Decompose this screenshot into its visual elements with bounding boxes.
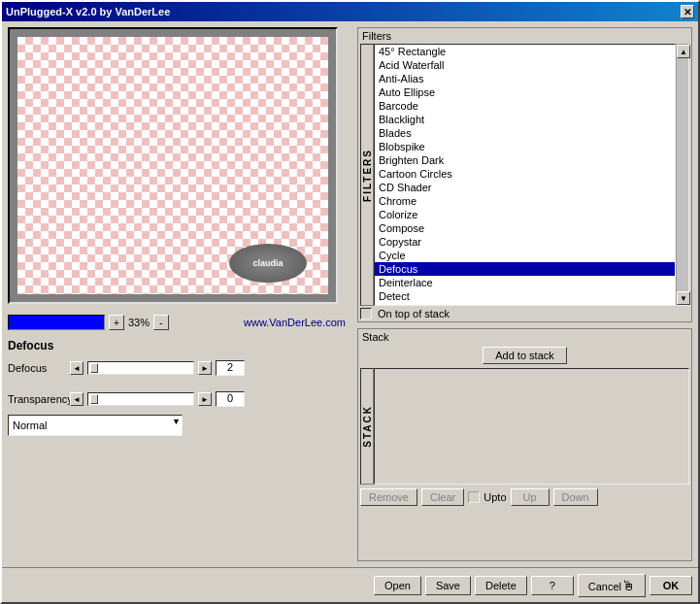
transparency-label: Transparency [8,393,66,405]
cancel-button[interactable]: Cancel🖱 [578,574,646,597]
filter-list-item[interactable]: Brighten Dark [375,153,675,167]
cursor-icon: 🖱 [621,578,635,593]
cancel-label: Cancel [588,581,621,592]
blend-mode-row: Normal Additive Subtractive Multiplicati… [8,415,346,436]
stack-sidebar: STACK [360,368,374,485]
filter-list-item[interactable]: Acid Waterfall [375,58,675,72]
filters-sidebar-text: FILTERS [362,149,373,202]
filter-list-item[interactable]: Blades [375,126,675,140]
defocus-slider-track[interactable] [87,361,194,375]
filter-list-item[interactable]: Deinterlace [375,276,675,289]
transparency-increase-button[interactable]: ► [198,392,212,406]
right-panel: Filters FILTERS 45° RectangleAcid Waterf… [351,21,698,567]
active-filter-name: Defocus [8,337,346,354]
scroll-up-button[interactable]: ▲ [677,45,690,58]
clear-button[interactable]: Clear [421,488,464,506]
filter-list-item[interactable]: Blobspike [375,140,675,153]
scroll-down-button[interactable]: ▼ [677,291,690,305]
defocus-value[interactable]: 2 [216,360,245,376]
add-to-stack-button[interactable]: Add to stack [483,347,567,364]
zoom-progress-bar [8,315,105,330]
scrollbar-track[interactable] [677,58,688,291]
transparency-slider-track[interactable] [87,392,194,406]
filters-list[interactable]: 45° RectangleAcid WaterfallAnti-AliasAut… [374,44,676,306]
filters-list-container: FILTERS 45° RectangleAcid WaterfallAnti-… [360,44,689,306]
transparency-slider-thumb[interactable] [90,394,98,404]
stack-list[interactable] [374,368,689,485]
delete-button[interactable]: Delete [475,576,527,595]
filter-list-item[interactable]: Auto Ellipse [375,85,675,99]
url-label: www.VanDerLee.com [244,317,346,328]
watermark: claudia [229,244,307,283]
open-button[interactable]: Open [374,576,421,595]
filter-list-item[interactable]: Anti-Alias [375,72,675,85]
zoom-percent: 33% [128,317,150,328]
zoom-bar: + 33% - www.VanDerLee.com [8,312,346,333]
help-button[interactable]: ? [531,576,574,595]
bottom-bar: Open Save Delete ? Cancel🖱 OK [2,567,698,602]
blend-mode-select[interactable]: Normal Additive Subtractive Multiplicati… [8,415,183,436]
stack-group: Stack Add to stack STACK Remove Clear Up… [357,328,692,561]
canvas-area: claudia [8,27,338,304]
window-title: UnPlugged-X v2.0 by VanDerLee [6,6,170,17]
title-bar: UnPlugged-X v2.0 by VanDerLee ✕ [2,2,698,21]
filters-group: Filters FILTERS 45° RectangleAcid Waterf… [357,27,692,322]
zoom-out-button[interactable]: - [153,315,169,330]
defocus-increase-button[interactable]: ► [198,361,212,375]
zoom-in-button[interactable]: + [109,315,124,330]
filter-list-item[interactable]: 45° Rectangle [375,45,675,58]
left-panel: claudia + 33% - www.VanDerLee.com Defocu… [2,21,351,567]
filter-list-item[interactable]: CD Shader [375,181,675,194]
filter-list-item[interactable]: Copystar [375,235,675,249]
stack-buttons: Remove Clear Upto Up Down [360,488,689,506]
filter-list-item[interactable]: Detect [375,289,675,303]
filter-list-item[interactable]: Blacklight [375,113,675,126]
remove-button[interactable]: Remove [360,488,417,506]
transparency-decrease-button[interactable]: ◄ [70,392,83,406]
filters-sidebar: FILTERS [360,44,374,306]
filter-list-item[interactable]: Cartoon Circles [375,167,675,181]
defocus-slider-thumb[interactable] [90,363,98,373]
filter-list-item[interactable]: Barcode [375,99,675,113]
upto-checkbox[interactable] [468,491,480,503]
save-button[interactable]: Save [425,576,471,595]
ok-button[interactable]: OK [650,576,692,595]
blend-mode-select-wrapper[interactable]: Normal Additive Subtractive Multiplicati… [8,415,183,436]
stack-group-title: Stack [360,331,689,343]
defocus-slider-row: Defocus ◄ ► 2 [8,358,346,378]
upto-label: Upto [483,491,506,503]
filters-group-title: Filters [360,30,689,42]
filter-list-item[interactable]: Compose [375,221,675,235]
filter-list-item[interactable]: Defocus [375,262,675,276]
defocus-label: Defocus [8,362,66,374]
on-top-label: On top of stack [378,308,450,319]
defocus-decrease-button[interactable]: ◄ [70,361,83,375]
main-window: UnPlugged-X v2.0 by VanDerLee ✕ claudia … [0,0,700,604]
close-button[interactable]: ✕ [681,5,694,18]
filter-list-item[interactable]: Cycle [375,249,675,262]
on-top-checkbox[interactable] [360,308,372,319]
down-button[interactable]: Down [553,488,598,506]
up-button[interactable]: Up [511,488,550,506]
stack-sidebar-text: STACK [362,405,373,448]
stack-area: STACK [360,368,689,485]
on-top-row: On top of stack [360,308,689,319]
transparency-value[interactable]: 0 [216,391,245,407]
filter-list-item[interactable]: Chrome [375,194,675,208]
filter-list-item[interactable]: Difference [375,303,675,306]
filters-scrollbar[interactable]: ▲ ▼ [676,44,689,306]
filter-list-item[interactable]: Colorize [375,208,675,221]
transparency-slider-row: Transparency ◄ ► 0 [8,391,346,407]
